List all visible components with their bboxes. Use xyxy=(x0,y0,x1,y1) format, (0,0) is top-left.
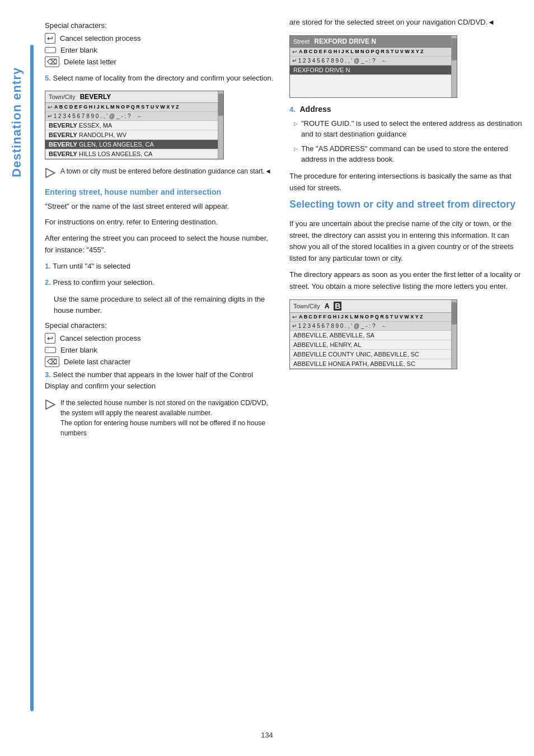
note-text-1: A town or city must be entered before de… xyxy=(60,166,271,176)
nav-header: Town/City BEVERLY xyxy=(45,91,223,103)
street-scroll-bar[interactable] xyxy=(451,36,457,97)
step-5-num: 5. xyxy=(45,74,51,82)
right-body-2: The directory appears as soon as you ent… xyxy=(289,269,523,293)
note-box-1: A town or city must be entered before de… xyxy=(45,166,278,179)
delete-label: Delete last letter xyxy=(64,58,116,66)
step-1-num: 1. xyxy=(45,262,51,270)
body-text-3: After entering the street you can procee… xyxy=(45,233,278,256)
text-0: ESSEX, MA xyxy=(77,122,112,129)
note-triangle-icon xyxy=(45,167,56,179)
delete-icon: ⌫ xyxy=(45,57,59,67)
special-chars2-title: Special characters: xyxy=(45,321,278,330)
bullet-0: ▷ "ROUTE GUID." is used to select the en… xyxy=(289,118,523,140)
special-char2-cancel: ↩ Cancel selection process xyxy=(45,333,278,344)
right-column: are stored for the selected street on yo… xyxy=(289,17,523,739)
left-column: Special characters: ↩ Cancel selection p… xyxy=(45,17,278,739)
blank-label: Enter blank xyxy=(60,46,97,54)
highlight-1: BEVERLY xyxy=(49,132,77,138)
step-1: 1. Turn until "4" is selected xyxy=(45,261,278,272)
procedure-text: The procedure for entering intersections… xyxy=(289,171,523,194)
town-city-display: Town/City BEVERLY ↩ A B C D E F G H I J … xyxy=(45,91,224,159)
address-section: 4. Address xyxy=(289,105,523,114)
town-city-label-2: Town/City xyxy=(293,303,320,309)
cancel-icon: ↩ xyxy=(45,33,55,44)
town2-text-0: ABBEVILLE, ABBEVILLE, SA xyxy=(293,332,374,339)
step-2: 2. Press to confirm your selection. xyxy=(45,277,278,288)
town2-text-1: ABBEVILLE, HENRY, AL xyxy=(293,341,361,348)
keyboard-keys-2: ↵ 1 2 3 4 5 6 7 8 9 0 . , ' @ _ - : ? ← xyxy=(48,113,143,119)
town2-scroll-bar[interactable] xyxy=(451,300,457,369)
town-city-prefix-2: A xyxy=(325,302,330,310)
town-city-highlight-2: B xyxy=(334,302,341,311)
step-5: 5. Select name of locality from the dire… xyxy=(45,73,278,84)
street-scroll-thumb xyxy=(452,38,457,60)
street-list-item-0: REXFORD DRIVE N xyxy=(290,65,457,75)
main-content: Special characters: ↩ Cancel selection p… xyxy=(34,0,534,756)
town2-list-item-1: ABBEVILLE, HENRY, AL xyxy=(290,340,457,350)
nav-header-2: Town/City A B xyxy=(290,300,457,313)
special-char2-blank: Enter blank xyxy=(45,346,278,354)
town2-scroll-thumb xyxy=(452,302,457,325)
town2-text-3: ABBEVILLE HONEA PATH, ABBEVILLE, SC xyxy=(293,360,415,367)
list-item-1: BEVERLY RANDOLPH, WV xyxy=(45,130,223,140)
blank2-label: Enter blank xyxy=(60,346,97,354)
page-number: 134 xyxy=(261,731,273,739)
back-arrow-icon: ↩ xyxy=(48,104,52,110)
step-2-text: Press to confirm your selection. xyxy=(53,278,154,287)
street-empty-space xyxy=(290,75,457,97)
street-header: Street REXFORD DRIVE N xyxy=(290,36,457,48)
body-text-1: "Street" or the name of the last street … xyxy=(45,201,278,213)
street-label: Street xyxy=(293,38,310,45)
section-heading-street: Entering street, house number and inters… xyxy=(45,187,278,196)
delete2-label: Delete last character xyxy=(64,358,130,366)
town-city-label: Town/City xyxy=(49,93,76,100)
step-5-text: Select name of locality from the directo… xyxy=(53,74,273,82)
cancel2-icon: ↩ xyxy=(45,333,55,344)
blank2-icon xyxy=(45,347,56,353)
town2-list-item-0: ABBEVILLE, ABBEVILLE, SA xyxy=(290,331,457,340)
sidebar-title: Destination entry xyxy=(10,67,24,177)
street-value: REXFORD DRIVE N xyxy=(314,37,376,45)
town2-list-item-3: ABBEVILLE HONEA PATH, ABBEVILLE, SC xyxy=(290,359,457,369)
sidebar-blue-bar xyxy=(30,45,34,711)
step-3-num: 3. xyxy=(45,370,51,379)
street-keys-1: A B C D E F G H I J K L M N O P Q R S T … xyxy=(299,49,424,54)
delete2-icon: ⌫ xyxy=(45,356,59,367)
text-2: GLEN, LOS ANGELES, CA xyxy=(77,141,154,148)
highlight-0: BEVERLY xyxy=(49,122,77,129)
address-label: Address xyxy=(299,105,331,114)
page-container: Destination entry Special characters: ↩ … xyxy=(0,0,534,756)
keyboard2-keys-rest: C D F F G H I J K L M N O P Q R S T U V … xyxy=(308,314,423,320)
keyboard2-keys-highlighted: A B xyxy=(299,314,307,320)
scroll-bar[interactable] xyxy=(218,91,223,159)
street-keyboard-row-2: ↵ 1 2 3 4 5 6 7 8 9 0 . , ' @ _ - : ? ← xyxy=(290,57,457,65)
list-item-3: BEVERLY HILLS LOS ANGELES, CA xyxy=(45,149,223,159)
keyboard-keys-1: A B C D E F G H I J K L M N O P Q R S T … xyxy=(54,104,179,110)
keyboard2-keys-2: ↵ 1 2 3 4 5 6 7 8 9 0 . , ' @ _ - : ? ← xyxy=(292,323,387,329)
note2-head: If the selected house number is not stor… xyxy=(60,399,268,417)
highlight-3: BEVERLY xyxy=(49,151,77,157)
special-char2-delete: ⌫ Delete last character xyxy=(45,356,278,367)
street-keys-2: ↵ 1 2 3 4 5 6 7 8 9 0 . , ' @ _ - : ? ← xyxy=(292,58,387,64)
scroll-thumb xyxy=(218,93,223,116)
town-city-value: BEVERLY xyxy=(80,93,111,101)
highlight-2: BEVERLY xyxy=(49,141,77,148)
town-city-display-2: Town/City A B ↩ A B C D F F G H I J K L … xyxy=(289,299,457,369)
street-display: Street REXFORD DRIVE N ↩ A B C D E F G H… xyxy=(289,35,457,98)
svg-marker-1 xyxy=(46,400,55,409)
step-2-num: 2. xyxy=(45,278,51,287)
cancel2-label: Cancel selection process xyxy=(60,334,141,342)
step-1-text: Turn until "4" is selected xyxy=(53,262,130,270)
street-keyboard-row-1: ↩ A B C D E F G H I J K L M N O P Q R S … xyxy=(290,48,457,57)
blank-icon xyxy=(45,47,56,53)
keyboard2-row-1: ↩ A B C D F F G H I J K L M N O P Q R S … xyxy=(290,313,457,322)
sidebar: Destination entry xyxy=(0,0,34,756)
keyboard2-back-icon: ↩ xyxy=(292,314,297,320)
town2-list-item-2: ABBEVILLE COUNTY UNIC, ABBEVILLE, SC xyxy=(290,350,457,359)
note2-tail: The option for entering house numbers wi… xyxy=(60,419,265,437)
address-num: 4. xyxy=(289,105,296,114)
note2-text: If the selected house number is not stor… xyxy=(60,398,278,438)
keyboard2-row-2: ↵ 1 2 3 4 5 6 7 8 9 0 . , ' @ _ - : ? ← xyxy=(290,322,457,331)
street-list-text-0: REXFORD DRIVE N xyxy=(293,67,350,73)
text-1: RANDOLPH, WV xyxy=(77,132,127,138)
